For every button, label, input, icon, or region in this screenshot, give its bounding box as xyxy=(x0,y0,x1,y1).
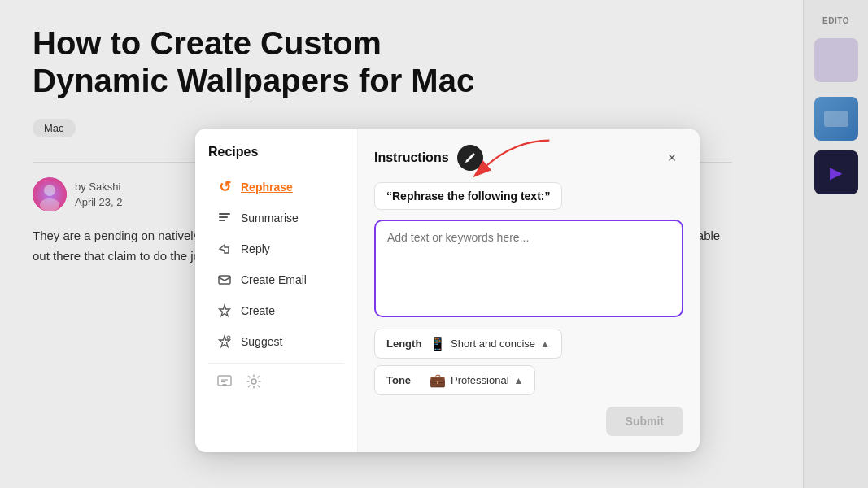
length-icon: 📱 xyxy=(430,336,446,351)
instructions-title: Instructions xyxy=(374,150,449,165)
create-email-icon xyxy=(216,272,233,288)
recipes-title: Recipes xyxy=(208,145,344,159)
recipes-footer xyxy=(208,363,344,397)
tone-label: Tone xyxy=(386,374,423,386)
recipe-create-label: Create xyxy=(241,304,275,317)
rephrase-prompt: “Rephrase the following text:” xyxy=(374,182,562,210)
svg-rect-3 xyxy=(219,213,230,215)
tone-chevron-icon: ▲ xyxy=(514,375,524,386)
recipe-summarise[interactable]: Summarise xyxy=(208,203,344,233)
rephrase-icon: ↺ xyxy=(216,179,233,195)
recipe-create-email[interactable]: Create Email xyxy=(208,265,344,294)
text-input[interactable] xyxy=(374,220,683,317)
tone-icon: 💼 xyxy=(430,373,446,388)
submit-button[interactable]: Submit xyxy=(606,407,683,436)
edit-button[interactable] xyxy=(457,145,483,171)
recipe-reply-label: Reply xyxy=(241,242,270,255)
ai-popup: Recipes ↺ Rephrase Summarise Reply xyxy=(195,129,700,452)
svg-rect-6 xyxy=(219,276,230,284)
recipe-rephrase[interactable]: ↺ Rephrase xyxy=(208,172,344,202)
close-button[interactable]: × xyxy=(661,146,683,169)
suggest-icon xyxy=(216,333,233,350)
length-label: Length xyxy=(386,338,423,350)
controls-row: Length 📱 Short and concise ▲ Tone 💼 Prof… xyxy=(374,329,683,395)
settings-icon[interactable] xyxy=(246,373,262,394)
recipe-reply[interactable]: Reply xyxy=(208,234,344,264)
svg-rect-4 xyxy=(219,216,228,218)
recipes-panel: Recipes ↺ Rephrase Summarise Reply xyxy=(195,129,358,452)
tone-control[interactable]: Tone 💼 Professional ▲ xyxy=(374,365,535,395)
recipe-summarise-label: Summarise xyxy=(241,211,299,224)
create-icon xyxy=(216,303,233,319)
recipe-rephrase-label: Rephrase xyxy=(241,181,293,194)
recipe-create[interactable]: Create xyxy=(208,296,344,325)
length-value-display: 📱 Short and concise ▲ xyxy=(430,336,550,351)
feedback-icon[interactable] xyxy=(216,373,233,394)
length-chevron-icon: ▲ xyxy=(540,338,550,350)
instructions-header: Instructions × xyxy=(374,145,683,171)
svg-point-9 xyxy=(251,379,256,384)
reply-icon xyxy=(216,241,233,257)
instructions-header-left: Instructions xyxy=(374,145,483,171)
instructions-panel: Instructions × “Rephrase the following t… xyxy=(358,129,700,452)
tone-value-display: 💼 Professional ▲ xyxy=(430,373,523,388)
recipe-suggest-label: Suggest xyxy=(241,335,282,348)
svg-point-7 xyxy=(227,336,230,339)
recipe-suggest[interactable]: Suggest xyxy=(208,327,344,356)
summarise-icon xyxy=(216,210,233,226)
recipe-create-email-label: Create Email xyxy=(241,273,307,286)
length-control[interactable]: Length 📱 Short and concise ▲ xyxy=(374,329,562,359)
svg-rect-5 xyxy=(219,220,225,221)
